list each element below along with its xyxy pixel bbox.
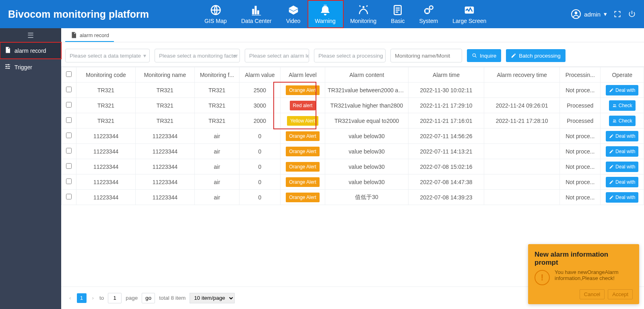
cell-content: value below30 (325, 129, 409, 144)
cell-recover (484, 174, 560, 190)
pager-total: total 8 item (159, 295, 186, 301)
filter-bar: Please select a data template▾ Please se… (61, 42, 644, 66)
cell-processing: Processed (560, 113, 601, 129)
batch-processing-button[interactable]: Batch processing (506, 49, 566, 62)
cell-recover (484, 129, 560, 144)
cell-processing: Not proce... (560, 129, 601, 144)
nav-gis-map[interactable]: GIS Map (197, 0, 234, 28)
cell-name: 11223344 (135, 159, 194, 174)
user-icon (571, 9, 581, 19)
edit-icon (511, 53, 516, 58)
table-row: 1122334411223344air0Orange Alertvalue be… (62, 159, 644, 174)
cell-code: 11223344 (76, 144, 136, 159)
power-icon[interactable] (628, 10, 636, 18)
toast-title: New alarm information prompt (535, 251, 633, 267)
cell-level: Orange Alert (280, 129, 325, 144)
filter-level[interactable]: Please select an alarm leve (245, 49, 309, 62)
tab-alarm-record[interactable]: alarm record (65, 29, 114, 42)
row-checkbox[interactable] (66, 133, 72, 138)
cell-name: 11223344 (135, 174, 194, 190)
nav-video[interactable]: Video (279, 0, 308, 28)
filter-processing[interactable]: Please select a processing (314, 49, 386, 62)
nav-data-center[interactable]: Data Center (234, 0, 279, 28)
page-jump-input[interactable] (108, 293, 122, 303)
app-header: Bivocom monitoring platform GIS MapData … (0, 0, 644, 28)
nav-label: GIS Map (204, 18, 227, 24)
cell-value: 0 (239, 159, 280, 174)
row-checkbox[interactable] (66, 178, 72, 184)
row-action-button[interactable]: Deal with (606, 146, 638, 157)
cell-processing: Not proce... (560, 190, 601, 205)
row-action-button[interactable]: Check (609, 116, 636, 126)
cell-factor: TR321 (194, 98, 239, 113)
cell-time: 2022-07-11 14:56:26 (408, 129, 484, 144)
user-menu[interactable]: admin ▾ (571, 9, 607, 19)
cell-content: value below30 (325, 144, 409, 159)
row-checkbox[interactable] (66, 117, 72, 123)
nav-large-screen[interactable]: Large Screen (445, 0, 493, 28)
page-go-button[interactable]: go (142, 293, 155, 303)
nav-basic[interactable]: Basic (384, 0, 412, 28)
sidebar-item-trigger[interactable]: Trigger (0, 59, 61, 75)
fullscreen-icon[interactable] (613, 10, 621, 18)
doc-icon (4, 46, 11, 55)
sidebar-toggle[interactable]: ☰ (0, 28, 61, 42)
cell-factor: TR321 (194, 113, 239, 129)
next-page[interactable]: › (91, 295, 96, 301)
select-all-checkbox[interactable] (66, 71, 72, 77)
page-size-select[interactable]: 10 item/page (190, 293, 235, 303)
cell-value: 0 (239, 174, 280, 190)
nav-label: Large Screen (452, 18, 486, 24)
cell-operate: Check (601, 98, 644, 113)
row-action-button[interactable]: Deal with (606, 177, 638, 187)
filter-template[interactable]: Please select a data template▾ (65, 49, 150, 62)
cell-name: 11223344 (135, 129, 194, 144)
table-row: 1122334411223344air0Orange Alertvalue be… (62, 129, 644, 144)
nav-system[interactable]: System (412, 0, 446, 28)
nav-warning[interactable]: Warning (308, 0, 343, 28)
cell-processing: Not proce... (560, 159, 601, 174)
cell-time: 2022-07-08 14:47:38 (408, 174, 484, 190)
row-action-button[interactable]: Check (609, 100, 636, 111)
cell-operate: Deal with (601, 174, 644, 190)
nav-monitoring[interactable]: Monitoring (343, 0, 384, 28)
svg-point-7 (575, 12, 578, 15)
cell-operate: Check (601, 113, 644, 129)
svg-point-15 (615, 120, 616, 121)
alarm-toast: New alarm information prompt ! You have … (528, 244, 639, 304)
cell-name: 11223344 (135, 144, 194, 159)
search-input[interactable] (390, 49, 462, 62)
row-checkbox[interactable] (66, 163, 72, 169)
pager-page-label: page (126, 295, 138, 301)
toast-accept-button[interactable]: Accept (608, 289, 633, 299)
filter-factor[interactable]: Please select a monitoring factor▾ (155, 49, 240, 62)
th-value: Alarm value (239, 67, 280, 83)
th-factor: Monitoring f... (194, 67, 239, 83)
page-number[interactable]: 1 (77, 293, 87, 303)
row-checkbox[interactable] (66, 194, 72, 199)
cell-content: TR321value higher than2800 (325, 98, 409, 113)
toast-cancel-button[interactable]: Cancel (580, 289, 605, 299)
alarm-level-highlight (273, 82, 316, 129)
row-action-button[interactable]: Deal with (606, 192, 638, 203)
nav-label: System (419, 18, 438, 24)
nav-label: Data Center (241, 18, 271, 24)
row-action-button[interactable]: Deal with (606, 131, 638, 141)
prev-page[interactable]: ‹ (68, 295, 73, 301)
cell-factor: air (194, 144, 239, 159)
cell-code: 11223344 (76, 190, 136, 205)
cell-time: 2022-11-30 10:02:11 (408, 83, 484, 98)
th-code: Monitoring code (76, 67, 136, 83)
row-action-button[interactable]: Deal with (606, 162, 638, 172)
svg-point-14 (613, 119, 615, 120)
svg-point-10 (8, 68, 10, 69)
row-checkbox[interactable] (66, 102, 72, 108)
row-action-button[interactable]: Deal with (606, 85, 638, 95)
alarm-level-badge: Orange Alert (286, 147, 319, 156)
inquire-button[interactable]: Inquire (467, 49, 501, 62)
chevron-down-icon: ▾ (233, 52, 236, 59)
th-operate: Operate (601, 67, 644, 83)
sidebar-item-alarm-record[interactable]: alarm record (0, 42, 61, 59)
row-checkbox[interactable] (66, 148, 72, 153)
row-checkbox[interactable] (66, 87, 72, 92)
